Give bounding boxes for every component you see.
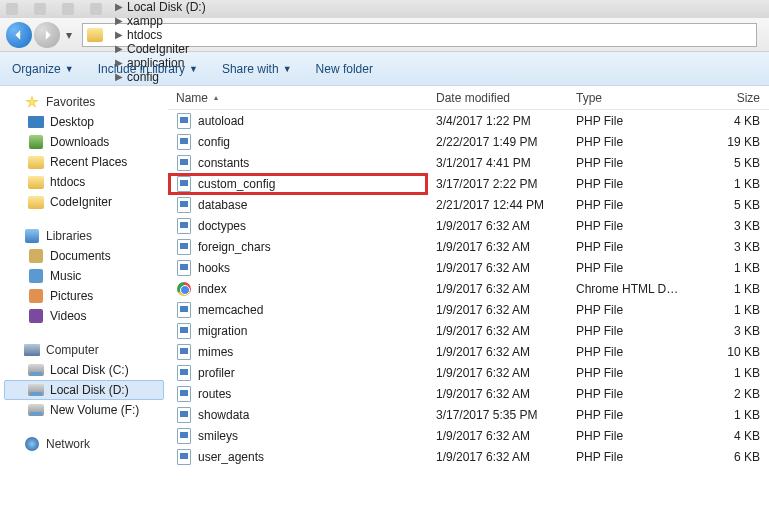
- organize-button[interactable]: Organize▼: [12, 62, 74, 76]
- file-row[interactable]: smileys1/9/2017 6:32 AMPHP File4 KB: [168, 425, 769, 446]
- folder-icon: [87, 28, 103, 42]
- file-row[interactable]: mimes1/9/2017 6:32 AMPHP File10 KB: [168, 341, 769, 362]
- forward-button[interactable]: [34, 22, 60, 48]
- address-bar[interactable]: ▶Computer▶Local Disk (D:)▶xampp▶htdocs▶C…: [82, 23, 757, 47]
- file-row[interactable]: custom_config3/17/2017 2:22 PMPHP File1 …: [168, 173, 769, 194]
- back-button[interactable]: [6, 22, 32, 48]
- sidebar-item-recent[interactable]: Recent Places: [4, 152, 164, 172]
- sidebar-item-disk-d[interactable]: Local Disk (D:): [4, 380, 164, 400]
- file-name: autoload: [198, 114, 244, 128]
- file-row[interactable]: migration1/9/2017 6:32 AMPHP File3 KB: [168, 320, 769, 341]
- file-name: foreign_chars: [198, 240, 271, 254]
- file-type: PHP File: [568, 198, 688, 212]
- share-with-button[interactable]: Share with▼: [222, 62, 292, 76]
- chrome-icon: [177, 282, 191, 296]
- file-row[interactable]: showdata3/17/2017 5:35 PMPHP File1 KB: [168, 404, 769, 425]
- favorites-heading[interactable]: Favorites: [4, 92, 164, 112]
- sidebar-item-downloads[interactable]: Downloads: [4, 132, 164, 152]
- column-header-type[interactable]: Type: [568, 91, 688, 105]
- sidebar-item-desktop[interactable]: Desktop: [4, 112, 164, 132]
- libraries-heading[interactable]: Libraries: [4, 226, 164, 246]
- downloads-icon: [29, 135, 43, 149]
- file-date: 1/9/2017 6:32 AM: [428, 240, 568, 254]
- column-header-date[interactable]: Date modified: [428, 91, 568, 105]
- sidebar-item-pictures[interactable]: Pictures: [4, 286, 164, 306]
- browser-tab[interactable]: [62, 3, 78, 15]
- sidebar-item-disk-c[interactable]: Local Disk (C:): [4, 360, 164, 380]
- chevron-right-icon: ▶: [111, 15, 127, 26]
- file-type: PHP File: [568, 240, 688, 254]
- column-headers: Name▴ Date modified Type Size: [168, 86, 769, 110]
- browser-tab[interactable]: [34, 3, 50, 15]
- file-date: 1/9/2017 6:32 AM: [428, 303, 568, 317]
- file-row[interactable]: profiler1/9/2017 6:32 AMPHP File1 KB: [168, 362, 769, 383]
- breadcrumb-segment[interactable]: ▶xampp: [109, 14, 208, 28]
- sidebar-item-htdocs[interactable]: htdocs: [4, 172, 164, 192]
- file-size: 4 KB: [688, 114, 768, 128]
- file-row[interactable]: autoload3/4/2017 1:22 PMPHP File4 KB: [168, 110, 769, 131]
- file-row[interactable]: foreign_chars1/9/2017 6:32 AMPHP File3 K…: [168, 236, 769, 257]
- sidebar-item-videos[interactable]: Videos: [4, 306, 164, 326]
- file-row[interactable]: config2/22/2017 1:49 PMPHP File19 KB: [168, 131, 769, 152]
- include-library-button[interactable]: Include in library▼: [98, 62, 198, 76]
- documents-icon: [29, 249, 43, 263]
- file-date: 1/9/2017 6:32 AM: [428, 429, 568, 443]
- file-date: 2/22/2017 1:49 PM: [428, 135, 568, 149]
- navigation-bar: ▾ ▶Computer▶Local Disk (D:)▶xampp▶htdocs…: [0, 18, 769, 52]
- sidebar-item-documents[interactable]: Documents: [4, 246, 164, 266]
- file-row[interactable]: doctypes1/9/2017 6:32 AMPHP File3 KB: [168, 215, 769, 236]
- file-type: PHP File: [568, 366, 688, 380]
- column-header-name[interactable]: Name▴: [168, 91, 428, 105]
- breadcrumb-segment[interactable]: ▶Local Disk (D:): [109, 0, 208, 14]
- breadcrumb-segment[interactable]: ▶htdocs: [109, 28, 208, 42]
- sidebar-item-disk-f[interactable]: New Volume (F:): [4, 400, 164, 420]
- file-row[interactable]: constants3/1/2017 4:41 PMPHP File5 KB: [168, 152, 769, 173]
- file-name: profiler: [198, 366, 235, 380]
- pictures-icon: [29, 289, 43, 303]
- file-size: 10 KB: [688, 345, 768, 359]
- file-date: 3/1/2017 4:41 PM: [428, 156, 568, 170]
- file-row[interactable]: database2/21/2017 12:44 PMPHP File5 KB: [168, 194, 769, 215]
- file-row[interactable]: user_agents1/9/2017 6:32 AMPHP File6 KB: [168, 446, 769, 467]
- file-list-pane: Name▴ Date modified Type Size autoload3/…: [168, 86, 769, 521]
- file-name: database: [198, 198, 247, 212]
- file-row[interactable]: memcached1/9/2017 6:32 AMPHP File1 KB: [168, 299, 769, 320]
- file-name: user_agents: [198, 450, 264, 464]
- network-heading[interactable]: Network: [4, 434, 164, 454]
- chevron-right-icon: ▶: [111, 1, 127, 12]
- php-file-icon: [177, 365, 191, 381]
- file-name: memcached: [198, 303, 263, 317]
- history-dropdown[interactable]: ▾: [62, 28, 76, 42]
- computer-heading[interactable]: Computer: [4, 340, 164, 360]
- file-date: 1/9/2017 6:32 AM: [428, 450, 568, 464]
- folder-icon: [28, 156, 44, 169]
- file-type: PHP File: [568, 450, 688, 464]
- browser-tab[interactable]: [6, 3, 22, 15]
- folder-icon: [28, 176, 44, 189]
- file-size: 1 KB: [688, 303, 768, 317]
- file-row[interactable]: hooks1/9/2017 6:32 AMPHP File1 KB: [168, 257, 769, 278]
- file-row[interactable]: index1/9/2017 6:32 AMChrome HTML Do…1 KB: [168, 278, 769, 299]
- disk-icon: [28, 384, 44, 396]
- chevron-right-icon: ▶: [111, 43, 127, 54]
- new-folder-button[interactable]: New folder: [316, 62, 373, 76]
- column-header-size[interactable]: Size: [688, 91, 768, 105]
- computer-icon: [24, 344, 40, 356]
- breadcrumb-segment[interactable]: ▶CodeIgniter: [109, 42, 208, 56]
- file-size: 6 KB: [688, 450, 768, 464]
- file-name: mimes: [198, 345, 233, 359]
- browser-tab[interactable]: [90, 3, 106, 15]
- file-type: PHP File: [568, 177, 688, 191]
- file-size: 1 KB: [688, 261, 768, 275]
- file-name: showdata: [198, 408, 249, 422]
- sidebar-item-music[interactable]: Music: [4, 266, 164, 286]
- file-size: 2 KB: [688, 387, 768, 401]
- file-row[interactable]: routes1/9/2017 6:32 AMPHP File2 KB: [168, 383, 769, 404]
- file-name: doctypes: [198, 219, 246, 233]
- star-icon: [25, 95, 39, 109]
- file-type: PHP File: [568, 303, 688, 317]
- file-date: 3/4/2017 1:22 PM: [428, 114, 568, 128]
- sidebar-item-codeigniter[interactable]: CodeIgniter: [4, 192, 164, 212]
- file-type: PHP File: [568, 429, 688, 443]
- php-file-icon: [177, 449, 191, 465]
